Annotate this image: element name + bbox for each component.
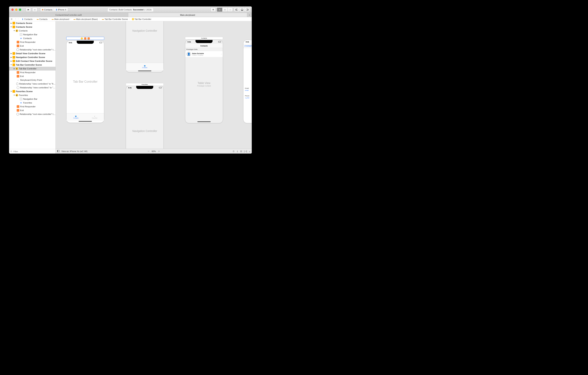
scene-nav[interactable]: ▶Navigation Controller Scene — [9, 55, 55, 59]
library-button[interactable]: ⊕ — [210, 8, 216, 12]
activity-status: Succeeded — [133, 9, 143, 11]
version-editor[interactable]: ↔ — [228, 8, 233, 12]
standard-editor[interactable]: ≡ — [217, 8, 222, 12]
scene-favorites[interactable]: ▼Favorites Scene — [9, 89, 55, 93]
contacts-item[interactable]: ★Contacts — [9, 36, 55, 40]
scene-tabbar[interactable]: ▼Tab Bar Controller Scene — [9, 63, 55, 67]
scene-label-contacts-table[interactable]: Contacts — [185, 37, 223, 40]
forward-icon[interactable]: 〉 — [17, 18, 20, 20]
canvas-tool-icons: ⊙ ⤓ ⊟ |⊣| ⟁ — [233, 150, 250, 153]
first-responder-1[interactable]: First Responder — [9, 40, 55, 44]
resolve-icon[interactable]: ⟁ — [249, 150, 250, 153]
email-value[interactable]: email — [245, 89, 249, 91]
phone-contacts-table[interactable]: 9:41 Contacts Prototype Cells 👤 Name Sur… — [185, 40, 223, 123]
notch-icon — [136, 86, 153, 89]
jb-group[interactable]: Contacts — [39, 18, 47, 20]
scene-detail[interactable]: ▶Detail View Controller Scene — [9, 52, 55, 55]
run-button[interactable]: ▶ — [26, 8, 31, 12]
tab-storyboard[interactable]: Main.storyboard — [128, 13, 247, 17]
outline-tree[interactable]: ▶Contacts Scene ▼Contacts Scene ▼◐Contac… — [9, 21, 55, 149]
vc-chip-icon — [81, 37, 83, 40]
align-icon[interactable]: ⊟ — [240, 150, 242, 153]
jb-project[interactable]: Contacts — [24, 18, 32, 20]
scene-contacts-2[interactable]: ▼Contacts Scene — [9, 25, 55, 29]
assistant-editor[interactable]: ◊ — [222, 8, 228, 12]
nav-title-bottom: Navigation Controller — [126, 130, 163, 132]
favorites-item[interactable]: ★Favorites — [9, 101, 55, 105]
toggle-inspectors[interactable] — [245, 8, 250, 12]
filter-input[interactable] — [13, 150, 54, 153]
activity-viewer[interactable]: Contacts | Build Contacts: Succeeded | 1… — [107, 8, 153, 12]
first-responder-3[interactable]: First Responder — [9, 105, 55, 109]
rel-vc-1[interactable]: Relationship "view controllers" to "It… — [9, 82, 55, 86]
phone-label: Phone — [245, 95, 249, 97]
rel-vc-2[interactable]: Relationship "view controllers" to "… — [9, 86, 55, 89]
phone-nav-top[interactable]: Navigation Controller 👥Contacts — [126, 21, 164, 72]
jb-file[interactable]: Main.storyboard — [54, 18, 69, 20]
storyboard-canvas[interactable]: 9:41 Tab Bar Controller 👥Contacts ♥Favor… — [56, 21, 252, 149]
activity-time: 1.813s — [146, 9, 152, 11]
zoom-controls: − 60% + — [147, 150, 160, 153]
contact-cell[interactable]: 👤 Name Surname Position, Company › — [185, 51, 223, 57]
phone-nav-bottom[interactable]: 9:41 Navigation Controller — [126, 86, 164, 149]
toggle-navigator[interactable] — [234, 8, 239, 12]
zoom-out[interactable]: − — [147, 150, 149, 153]
rel-root-2[interactable]: Relationship "root view controller" t… — [9, 112, 55, 116]
chevron-right-icon: › — [221, 53, 222, 55]
status-time: 9:41 — [128, 87, 132, 89]
rel-root-1[interactable]: Relationship "root view controller" t… — [9, 48, 55, 52]
scheme-device: iPhone X — [58, 9, 66, 11]
first-responder-2[interactable]: First Responder — [9, 70, 55, 74]
tab-contacts-nav[interactable]: 👥Contacts — [126, 63, 163, 70]
exit-2[interactable]: Exit — [9, 74, 55, 78]
tab-contacts[interactable]: 👥Contacts — [66, 113, 85, 121]
toggle-outline-icon[interactable] — [57, 150, 60, 153]
new-tab[interactable]: + — [247, 13, 252, 17]
tab-contactsvc[interactable]: ContactsViewController.swift — [9, 13, 128, 17]
storyboard-base-icon: ▬ — [73, 18, 76, 20]
exit-3[interactable]: Exit — [9, 109, 55, 112]
navigation-bar-2[interactable]: Navigation Bar — [9, 97, 55, 101]
toggle-debug-area[interactable] — [239, 8, 245, 12]
entry-point[interactable]: →Storyboard Entry Point — [9, 78, 55, 82]
scene-label-favorites[interactable]: Favorites — [126, 83, 164, 86]
scene-edit[interactable]: ▶Edit Contact View Controller Scene — [9, 59, 55, 63]
issues-icon[interactable]: ⊙ — [233, 150, 234, 153]
jb-file-base[interactable]: Main.storyboard (Base) — [76, 18, 98, 20]
exit-chip-icon — [87, 37, 90, 40]
pin-icon[interactable]: |⊣| — [244, 150, 247, 153]
related-items-icon[interactable]: ⊞ — [10, 18, 13, 20]
jb-scene[interactable]: Tab Bar Controller Scene — [105, 18, 128, 20]
vc-icon — [132, 18, 134, 20]
scene-contacts-1[interactable]: ▶Contacts Scene — [9, 21, 55, 25]
jump-bar: ⊞ 〈 〉 ▮ Contacts〉 ▬ Contacts〉 ▬ Main.sto… — [9, 17, 252, 21]
minimize-window[interactable] — [15, 9, 17, 11]
device-icon: ▮ — [56, 8, 57, 11]
view-as-label[interactable]: View as: iPhone Xs (wC hR) — [61, 150, 87, 153]
embed-icon[interactable]: ⤓ — [236, 150, 238, 153]
tabbar: 👥Contacts ♥Favorites — [66, 113, 104, 121]
scene-label-tabbar[interactable] — [66, 37, 104, 40]
phone-tabbar[interactable]: 9:41 Tab Bar Controller 👥Contacts ♥Favor… — [66, 41, 104, 123]
back-chevron-icon[interactable]: ‹ — [244, 44, 245, 47]
stop-button[interactable]: ■ — [32, 8, 38, 12]
contacts-icon: 👥 — [75, 115, 77, 117]
phone-value[interactable]: 1-(234 — [245, 97, 249, 99]
scheme-selector[interactable]: ◆ Contacts 〉 ▮ iPhone X — [40, 8, 68, 12]
back-icon[interactable]: 〈 — [14, 18, 16, 20]
exit-1[interactable]: Exit — [9, 44, 55, 48]
tab-favorites[interactable]: ♥Favorites — [85, 113, 104, 121]
zoom-level[interactable]: 60% — [152, 150, 156, 153]
tabbar-title: Tab Bar Controller — [66, 80, 104, 83]
zoom-in[interactable]: + — [158, 150, 160, 153]
navigation-bar[interactable]: Navigation Bar — [9, 33, 55, 36]
zoom-window[interactable] — [19, 9, 21, 11]
phone-detail[interactable]: 9:41 ‹ Contacts Email email Phone 1-(234 — [243, 40, 252, 123]
email-label: Email — [245, 88, 249, 89]
back-label[interactable]: Contacts — [245, 45, 252, 47]
close-window[interactable] — [11, 9, 14, 11]
vc-favorites[interactable]: ▼◐Favorites — [9, 93, 55, 97]
vc-contacts[interactable]: ▼◐Contacts — [9, 29, 55, 33]
jb-controller[interactable]: Tab Bar Controller — [135, 18, 151, 20]
vc-tabbar[interactable]: ▶◐Tab Bar Controller — [9, 67, 55, 70]
